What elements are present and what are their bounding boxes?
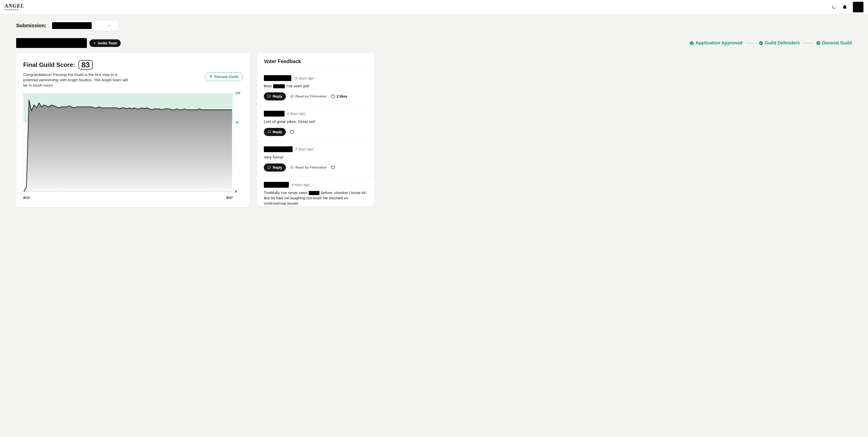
read-by-filmmaker: Read by Filmmaker xyxy=(290,94,327,98)
avatar[interactable] xyxy=(853,2,864,12)
comment-actions: ReplyRead by Filmmaker xyxy=(264,164,368,172)
comment-time: 3 days ago xyxy=(295,147,313,151)
commenter-name-redacted xyxy=(264,146,292,152)
search-icon[interactable] xyxy=(832,4,837,9)
submission-select[interactable] xyxy=(50,21,118,31)
commenter-name-redacted xyxy=(264,111,284,116)
check-circle-icon xyxy=(689,41,694,45)
reply-icon xyxy=(267,94,271,98)
step-guild-defenders: Guild Defenders xyxy=(759,40,800,46)
invite-team-button[interactable]: Invite Team xyxy=(89,39,121,47)
bell-icon[interactable] xyxy=(842,4,847,9)
chart-y-tick: 70 xyxy=(235,121,239,124)
score-description: Congratulations! Passing the Guild is th… xyxy=(23,72,132,88)
step-label: Application Approved xyxy=(695,40,743,46)
logo-sub: STUDIOS xyxy=(4,9,24,11)
reply-button[interactable]: Reply xyxy=(264,128,286,136)
logo[interactable]: ANGEL STUDIOS xyxy=(4,3,24,11)
heart-icon xyxy=(331,165,335,170)
passed-guild-label: Passed Guild xyxy=(214,74,238,79)
score-title: Final Guild Score: xyxy=(23,61,75,68)
commenter-name-redacted xyxy=(264,182,289,188)
voter-feedback-panel: Voter Feedback 15 days agoBest I've seen… xyxy=(257,53,374,206)
step-label: Guild Defenders xyxy=(765,40,800,46)
comment-text: Very funny! xyxy=(264,155,368,160)
chart-x-end: 8/27 xyxy=(226,196,233,200)
comment-text: Best I've seen yet! xyxy=(264,83,368,89)
chart-y-tick: 0 xyxy=(235,190,237,193)
score-value: 83 xyxy=(79,60,92,70)
invite-team-label: Invite Team xyxy=(98,41,117,45)
redacted-text xyxy=(273,84,285,88)
submission-title-redacted xyxy=(16,38,87,48)
step-general-guild: General Guild xyxy=(816,40,852,46)
step-label: General Guild xyxy=(822,40,852,46)
comment: 4 days agoTruthfully I've never seen bef… xyxy=(257,177,374,206)
submission-value-redacted xyxy=(52,22,92,29)
heart-icon xyxy=(290,130,294,134)
step-connector xyxy=(803,43,813,43)
comment-actions: Reply xyxy=(264,128,368,136)
read-by-filmmaker: Read by Filmmaker xyxy=(290,165,327,170)
score-card: Final Guild Score: 83 Congratulations! P… xyxy=(16,53,250,207)
commenter-name-redacted xyxy=(264,75,291,81)
title-row: Invite Team Application Approved Guild D… xyxy=(16,38,852,48)
score-chart: 8/13 8/27 100700 xyxy=(23,93,243,200)
voter-feedback-title: Voter Feedback xyxy=(257,53,374,70)
heart-icon xyxy=(331,94,335,99)
topbar: ANGEL STUDIOS xyxy=(0,0,868,14)
chevron-down-icon xyxy=(107,24,111,28)
feedback-list[interactable]: 15 days agoBest I've seen yet!ReplyRead … xyxy=(257,70,374,206)
chart-x-start: 8/13 xyxy=(23,196,30,200)
reply-button[interactable]: Reply xyxy=(264,92,286,100)
comment-actions: ReplyRead by Filmmaker2 likes xyxy=(264,92,368,100)
comment-time: 4 days ago xyxy=(291,183,310,187)
comment-text: Truthfully I've never seen before, shock… xyxy=(264,190,368,206)
passed-guild-pill: Passed Guild xyxy=(205,72,243,81)
svg-point-2 xyxy=(291,96,292,97)
check-circle-icon xyxy=(759,41,763,45)
chart-svg xyxy=(23,93,233,193)
chart-y-labels: 100700 xyxy=(235,93,242,192)
plus-icon xyxy=(93,41,96,45)
eye-icon xyxy=(290,165,294,170)
check-circle-icon xyxy=(816,41,820,45)
chart-y-tick: 100 xyxy=(235,91,240,95)
comment: 2 days agoLots of great jokes. Great set… xyxy=(257,105,374,141)
svg-point-3 xyxy=(291,167,292,168)
stamp-icon xyxy=(209,75,213,78)
comment: 3 days agoVery funny!ReplyRead by Filmma… xyxy=(257,141,374,177)
comment-time: 2 days ago xyxy=(287,111,305,115)
redacted-text xyxy=(309,191,319,195)
comment-likes[interactable]: 2 likes xyxy=(331,94,347,99)
submission-row: Submission: xyxy=(16,21,852,31)
logo-main: ANGEL xyxy=(4,3,24,8)
comment-time: 15 days ago xyxy=(294,76,314,80)
step-connector xyxy=(746,43,756,43)
step-application-approved: Application Approved xyxy=(689,40,743,46)
topbar-actions xyxy=(832,2,864,12)
comment: 15 days agoBest I've seen yet!ReplyRead … xyxy=(257,70,374,105)
comment-likes[interactable] xyxy=(331,165,337,170)
reply-button[interactable]: Reply xyxy=(264,164,286,172)
comment-text: Lots of great jokes. Great set! xyxy=(264,119,368,124)
reply-icon xyxy=(267,166,271,169)
reply-icon xyxy=(267,130,271,134)
comment-likes[interactable] xyxy=(290,130,296,134)
progress-steps: Application Approved Guild Defenders Gen… xyxy=(689,40,852,46)
submission-label: Submission: xyxy=(16,23,46,29)
eye-icon xyxy=(290,94,294,98)
